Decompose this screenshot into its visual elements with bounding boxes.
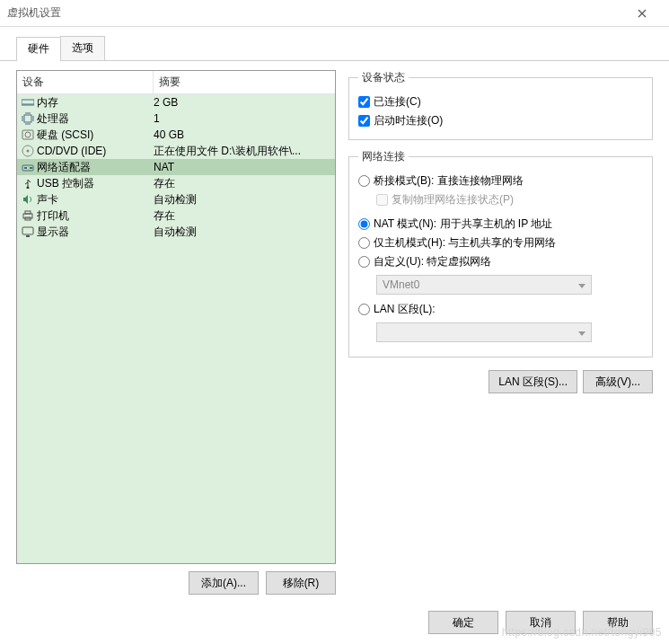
device-name: USB 控制器	[37, 176, 94, 191]
custom-radio-row[interactable]: 自定义(U): 特定虚拟网络	[358, 252, 643, 271]
nat-radio[interactable]	[358, 218, 370, 230]
add-button[interactable]: 添加(A)...	[189, 571, 259, 595]
device-row[interactable]: 内存2 GB	[17, 94, 335, 110]
remove-button[interactable]: 移除(R)	[266, 571, 336, 595]
svg-rect-12	[22, 227, 33, 234]
lan-segment-radio[interactable]	[358, 304, 370, 315]
titlebar: 虚拟机设置	[0, 0, 669, 27]
device-summary: 自动检测	[154, 225, 331, 240]
svg-point-3	[25, 132, 31, 137]
device-row[interactable]: 处理器1	[17, 110, 335, 127]
connected-label: 已连接(C)	[374, 94, 421, 110]
connected-checkbox-row[interactable]: 已连接(C)	[358, 93, 643, 111]
device-row[interactable]: 显示器自动检测	[17, 224, 335, 240]
chevron-down-icon	[578, 278, 585, 291]
custom-radio[interactable]	[358, 256, 370, 268]
chevron-down-icon	[578, 326, 585, 339]
tab-hardware[interactable]: 硬件	[16, 37, 61, 61]
device-summary: 1	[154, 112, 331, 125]
bridged-label: 桥接模式(B): 直接连接物理网络	[374, 173, 524, 189]
device-status-group: 设备状态 已连接(C) 启动时连接(O)	[348, 70, 653, 140]
svg-rect-7	[24, 167, 27, 169]
svg-point-5	[27, 150, 30, 153]
display-icon	[21, 225, 35, 239]
close-button[interactable]	[621, 1, 662, 26]
device-row[interactable]: 网络适配器NAT	[17, 159, 335, 175]
replicate-label: 复制物理网络连接状态(P)	[392, 192, 514, 207]
device-name: CD/DVD (IDE)	[37, 145, 106, 157]
cancel-button[interactable]: 取消	[506, 611, 576, 634]
device-row[interactable]: USB 控制器存在	[17, 175, 335, 191]
lan-segment-radio-row[interactable]: LAN 区段(L):	[358, 300, 643, 319]
custom-label: 自定义(U): 特定虚拟网络	[374, 254, 491, 269]
network-connection-legend: 网络连接	[358, 149, 409, 164]
close-icon	[638, 9, 647, 18]
svg-rect-10	[25, 211, 31, 214]
help-button[interactable]: 帮助	[583, 611, 653, 634]
device-summary: 存在	[154, 176, 331, 191]
advanced-button[interactable]: 高级(V)...	[583, 370, 653, 393]
svg-rect-0	[22, 100, 34, 104]
disk-icon	[21, 128, 35, 142]
tab-options[interactable]: 选项	[60, 36, 105, 60]
svg-point-8	[27, 187, 30, 190]
ok-button[interactable]: 确定	[428, 611, 498, 634]
dialog-footer: 确定 取消 帮助	[0, 602, 669, 644]
device-row[interactable]: 打印机存在	[17, 207, 335, 224]
hostonly-label: 仅主机模式(H): 与主机共享的专用网络	[374, 235, 556, 251]
device-row[interactable]: 声卡自动检测	[17, 191, 335, 207]
nat-label: NAT 模式(N): 用于共享主机的 IP 地址	[374, 216, 552, 232]
device-summary: 2 GB	[154, 96, 331, 109]
printer-icon	[21, 208, 35, 223]
device-name: 声卡	[37, 192, 58, 207]
custom-network-combo: VMnet0	[376, 275, 592, 295]
memory-icon	[21, 95, 35, 110]
device-row[interactable]: 硬盘 (SCSI)40 GB	[17, 127, 335, 143]
connect-on-power-checkbox[interactable]	[358, 115, 370, 127]
bridged-radio-row[interactable]: 桥接模式(B): 直接连接物理网络	[358, 172, 643, 190]
device-name: 内存	[37, 95, 58, 110]
sound-icon	[21, 192, 35, 207]
device-summary: 自动检测	[154, 192, 331, 207]
hostonly-radio[interactable]	[358, 237, 370, 249]
network-connection-group: 网络连接 桥接模式(B): 直接连接物理网络 复制物理网络连接状态(P) NAT…	[348, 149, 653, 357]
device-name: 显示器	[37, 225, 69, 240]
network-icon	[21, 160, 35, 174]
cd-icon	[21, 144, 35, 158]
connect-on-power-label: 启动时连接(O)	[374, 113, 443, 128]
custom-network-value: VMnet0	[383, 278, 419, 291]
device-name: 硬盘 (SCSI)	[37, 128, 93, 143]
cpu-icon	[21, 111, 35, 126]
device-summary: 正在使用文件 D:\装机用软件\...	[154, 144, 331, 159]
connected-checkbox[interactable]	[358, 96, 370, 108]
window-title: 虚拟机设置	[7, 5, 621, 21]
device-name: 打印机	[37, 208, 69, 224]
device-summary: 40 GB	[154, 128, 331, 141]
device-name: 处理器	[37, 111, 69, 127]
column-header-device[interactable]: 设备	[17, 71, 154, 93]
connect-on-power-row[interactable]: 启动时连接(O)	[358, 111, 643, 130]
device-summary: NAT	[154, 161, 331, 173]
replicate-checkbox	[376, 194, 388, 206]
device-name: 网络适配器	[37, 160, 91, 175]
lan-segment-label: LAN 区段(L):	[374, 302, 436, 317]
lan-segments-button[interactable]: LAN 区段(S)...	[489, 370, 577, 393]
device-summary: 存在	[154, 208, 331, 224]
device-table: 设备 摘要 内存2 GB处理器1硬盘 (SCSI)40 GBCD/DVD (ID…	[16, 70, 336, 564]
lan-segment-combo	[376, 322, 592, 342]
replicate-checkbox-row: 复制物理网络连接状态(P)	[376, 190, 643, 209]
usb-icon	[21, 176, 35, 190]
hostonly-radio-row[interactable]: 仅主机模式(H): 与主机共享的专用网络	[358, 234, 643, 252]
device-row[interactable]: CD/DVD (IDE)正在使用文件 D:\装机用软件\...	[17, 143, 335, 159]
svg-rect-1	[24, 115, 31, 122]
nat-radio-row[interactable]: NAT 模式(N): 用于共享主机的 IP 地址	[358, 215, 643, 234]
tab-bar: 硬件 选项	[0, 27, 669, 61]
column-header-summary[interactable]: 摘要	[154, 71, 335, 93]
device-status-legend: 设备状态	[358, 70, 409, 85]
bridged-radio[interactable]	[358, 175, 370, 187]
